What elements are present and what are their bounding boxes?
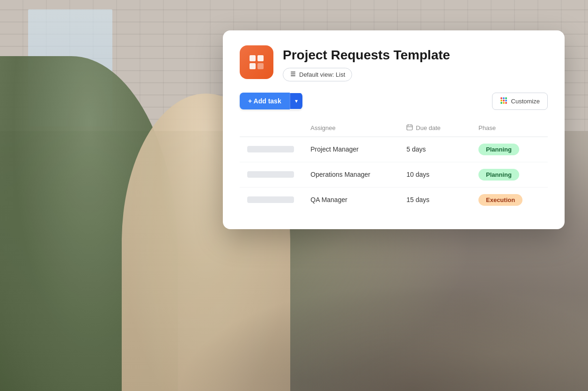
assignee-cell: Project Manager	[303, 137, 399, 162]
task-stub	[247, 146, 294, 152]
assignee-cell: Operations Manager	[303, 162, 399, 187]
table-header: Assignee Due date	[240, 119, 548, 137]
card-title: Project Requests Template	[283, 47, 450, 63]
svg-point-10	[500, 100, 502, 101]
project-template-card: Project Requests Template Default view: …	[223, 30, 565, 229]
table-row: Operations Manager 10 days Planning	[240, 162, 548, 187]
card-header: Project Requests Template Default view: …	[240, 45, 548, 81]
due-date-cell: 15 days	[399, 187, 471, 212]
list-icon	[290, 71, 296, 79]
phase-badge: Planning	[478, 169, 519, 181]
svg-point-14	[503, 102, 505, 104]
customize-label: Customize	[511, 98, 540, 105]
svg-point-8	[503, 97, 505, 99]
col-header-assignee: Assignee	[303, 119, 399, 137]
svg-rect-16	[407, 125, 412, 130]
svg-rect-3	[257, 63, 264, 69]
calendar-icon	[406, 124, 413, 132]
table-row: Project Manager 5 days Planning	[240, 137, 548, 162]
svg-point-7	[500, 97, 502, 99]
app-icon	[240, 45, 273, 79]
background-people	[0, 204, 588, 391]
add-task-button-group[interactable]: + Add task ▾	[240, 93, 302, 109]
due-date-cell: 5 days	[399, 137, 471, 162]
add-task-dropdown-button[interactable]: ▾	[290, 93, 302, 109]
phase-cell: Execution	[471, 187, 548, 212]
svg-rect-0	[250, 55, 256, 61]
svg-rect-6	[291, 75, 295, 76]
assignee-cell: QA Manager	[303, 187, 399, 212]
task-table: Assignee Due date	[240, 119, 548, 212]
svg-rect-2	[250, 63, 256, 69]
toolbar: + Add task ▾ Customize	[240, 93, 548, 110]
svg-point-12	[505, 100, 507, 101]
svg-rect-4	[291, 72, 295, 72]
task-cell	[240, 187, 303, 212]
phase-badge: Execution	[478, 194, 522, 206]
customize-button[interactable]: Customize	[492, 93, 548, 110]
view-badge[interactable]: Default view: List	[283, 68, 352, 81]
task-cell	[240, 137, 303, 162]
svg-point-11	[503, 100, 505, 101]
phase-cell: Planning	[471, 162, 548, 187]
task-stub	[247, 171, 294, 178]
due-date-cell: 10 days	[399, 162, 471, 187]
table-body: Project Manager 5 days Planning Operatio…	[240, 137, 548, 212]
customize-icon	[500, 97, 507, 106]
chevron-down-icon: ▾	[295, 98, 298, 104]
card-title-area: Project Requests Template Default view: …	[283, 45, 450, 81]
table-row: QA Manager 15 days Execution	[240, 187, 548, 212]
task-cell	[240, 162, 303, 187]
view-badge-label: Default view: List	[299, 71, 345, 78]
svg-point-13	[500, 102, 502, 104]
col-header-task	[240, 119, 303, 137]
svg-rect-5	[291, 73, 295, 74]
svg-point-15	[505, 102, 507, 104]
col-header-due: Due date	[399, 119, 471, 137]
svg-rect-1	[257, 55, 264, 61]
svg-point-9	[505, 97, 507, 99]
phase-cell: Planning	[471, 137, 548, 162]
phase-badge: Planning	[478, 144, 519, 155]
col-header-phase: Phase	[471, 119, 548, 137]
add-task-main-button[interactable]: + Add task	[240, 93, 290, 109]
task-stub	[247, 196, 294, 203]
